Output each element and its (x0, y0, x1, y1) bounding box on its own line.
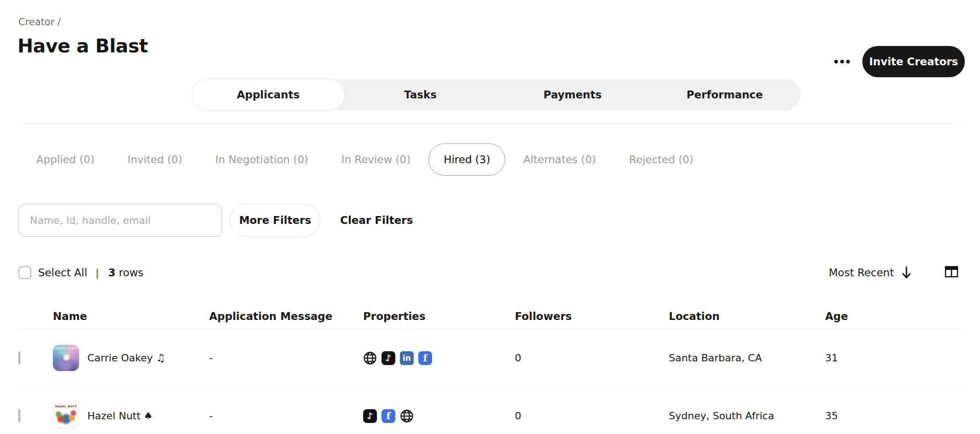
applicants-table: Name Application Message Properties Foll… (18, 303, 962, 434)
column-settings-button[interactable] (943, 264, 960, 280)
age-value: 31 (825, 352, 962, 364)
tab-applicants[interactable]: Applicants (192, 79, 344, 110)
col-properties: Properties (363, 310, 515, 322)
row-checkbox[interactable] (18, 409, 20, 423)
table-header: Name Application Message Properties Foll… (18, 303, 962, 329)
col-age: Age (825, 310, 962, 322)
columns-icon (944, 264, 959, 279)
facebook-icon[interactable]: f (382, 409, 395, 423)
creator-detail-page: Creator / Have a Blast Invite Creators A… (0, 0, 980, 434)
more-filters-button[interactable]: More Filters (230, 204, 320, 237)
col-followers: Followers (515, 310, 669, 322)
followers-value: 0 (515, 410, 669, 422)
application-message: - (209, 352, 363, 364)
select-all-label[interactable]: Select All (38, 267, 87, 279)
page-title: Have a Blast (17, 35, 148, 57)
tab-performance[interactable]: Performance (649, 79, 801, 110)
main-tabbar: Applicants Tasks Payments Performance (192, 79, 801, 110)
row-checkbox[interactable] (18, 351, 20, 365)
property-icons: ♪inf (363, 351, 515, 365)
status-filterbar: Applied (0) Invited (0) In Negotiation (… (21, 143, 708, 176)
table-row[interactable]: CARRIE OAKEY Carrie Oakey ♫ - ♪inf 0 San… (18, 329, 962, 387)
avatar: CARRIE OAKEY (53, 345, 79, 371)
sort-label: Most Recent (829, 267, 894, 279)
filter-hired[interactable]: Hired (3) (428, 143, 505, 176)
col-location: Location (669, 310, 825, 322)
list-controls: Select All | 3 rows (18, 266, 143, 280)
website-icon[interactable] (400, 409, 414, 423)
filter-alternates[interactable]: Alternates (0) (508, 143, 611, 176)
website-icon[interactable] (363, 351, 377, 365)
filter-rejected[interactable]: Rejected (0) (614, 143, 709, 176)
creator-name[interactable]: Carrie Oakey ♫ (87, 352, 165, 364)
col-application-message: Application Message (209, 310, 363, 322)
location-value: Sydney, South Africa (669, 410, 825, 422)
row-count: 3 rows (108, 267, 143, 279)
table-row[interactable]: HAZEL NUTT Hazel Nutt ♠ - ♪f 0 Sydney, S… (18, 387, 962, 434)
clear-filters-button[interactable]: Clear Filters (340, 204, 413, 237)
filter-applied[interactable]: Applied (0) (21, 143, 109, 176)
tab-payments[interactable]: Payments (496, 79, 649, 110)
tiktok-icon[interactable]: ♪ (363, 409, 377, 423)
separator: | (96, 267, 99, 279)
invite-creators-button[interactable]: Invite Creators (862, 46, 965, 77)
more-options-icon (834, 60, 838, 63)
select-all-checkbox[interactable] (18, 266, 31, 279)
arrow-down-icon (900, 266, 912, 280)
location-value: Santa Barbara, CA (669, 352, 825, 364)
application-message: - (209, 410, 363, 422)
avatar: HAZEL NUTT (53, 403, 79, 429)
search-input[interactable] (18, 204, 222, 237)
followers-value: 0 (515, 352, 669, 364)
filter-invited[interactable]: Invited (0) (112, 143, 197, 176)
property-icons: ♪f (363, 409, 515, 423)
tab-tasks[interactable]: Tasks (344, 79, 496, 110)
col-name: Name (53, 310, 209, 322)
age-value: 35 (825, 410, 962, 422)
filter-in-negotiation[interactable]: In Negotiation (0) (200, 143, 323, 176)
filter-in-review[interactable]: In Review (0) (326, 143, 426, 176)
creator-name[interactable]: Hazel Nutt ♠ (87, 410, 153, 422)
sort-button[interactable]: Most Recent (829, 265, 912, 280)
linkedin-icon[interactable]: in (400, 351, 414, 365)
breadcrumb[interactable]: Creator / (18, 17, 61, 28)
more-options-button[interactable] (827, 51, 857, 72)
header-divider (18, 123, 962, 124)
tiktok-icon[interactable]: ♪ (382, 351, 395, 365)
facebook-icon[interactable]: f (418, 351, 432, 365)
